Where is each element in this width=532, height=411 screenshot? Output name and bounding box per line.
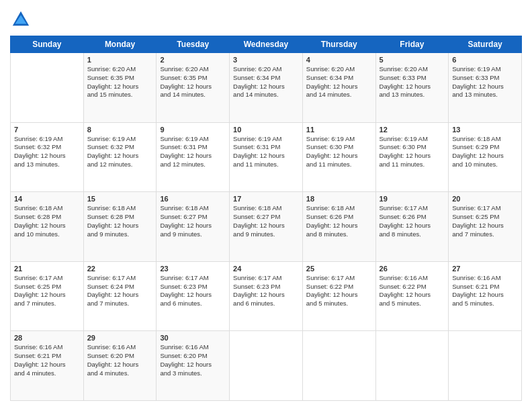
day-number: 1 (87, 56, 153, 64)
cell-line: and 11 minutes. (306, 161, 372, 169)
cell-line: Daylight: 12 hours (233, 83, 299, 91)
cell-line: and 4 minutes. (14, 369, 80, 378)
cell-line: Sunrise: 6:19 AM (452, 65, 518, 74)
day-number: 5 (380, 56, 445, 64)
day-header-monday: Monday (83, 36, 157, 53)
calendar-cell: 5Sunrise: 6:20 AMSunset: 6:33 PMDaylight… (375, 53, 449, 123)
cell-line: Daylight: 12 hours (452, 83, 518, 91)
day-number: 7 (14, 126, 80, 134)
calendar-cell: 23Sunrise: 6:17 AMSunset: 6:23 PMDayligh… (157, 261, 230, 331)
day-number: 23 (160, 265, 226, 273)
cell-line: Daylight: 12 hours (306, 152, 372, 161)
cell-line: Sunrise: 6:20 AM (87, 65, 153, 74)
day-number: 6 (452, 56, 518, 64)
cell-line: and 13 minutes. (452, 91, 518, 99)
cell-line: Daylight: 12 hours (87, 361, 153, 369)
calendar-cell: 9Sunrise: 6:19 AMSunset: 6:31 PMDaylight… (157, 122, 230, 192)
calendar-cell: 29Sunrise: 6:16 AMSunset: 6:20 PMDayligh… (83, 331, 157, 401)
cell-line: Sunset: 6:28 PM (87, 213, 153, 222)
cell-line: Daylight: 12 hours (87, 83, 153, 91)
cell-line: and 14 minutes. (306, 91, 372, 99)
cell-line: and 7 minutes. (87, 300, 153, 308)
calendar-cell: 11Sunrise: 6:19 AMSunset: 6:30 PMDayligh… (302, 122, 375, 192)
cell-line: Sunset: 6:21 PM (14, 352, 80, 361)
cell-line: and 13 minutes. (14, 161, 80, 169)
cell-line: Daylight: 12 hours (306, 83, 372, 91)
cell-line: Sunrise: 6:19 AM (87, 135, 153, 144)
calendar-cell: 30Sunrise: 6:16 AMSunset: 6:20 PMDayligh… (157, 331, 230, 401)
cell-line: Sunset: 6:33 PM (452, 74, 518, 83)
cell-line: and 6 minutes. (160, 300, 226, 308)
cell-line: Sunset: 6:33 PM (380, 74, 445, 83)
cell-line: Sunrise: 6:17 AM (233, 274, 299, 283)
calendar-cell: 8Sunrise: 6:19 AMSunset: 6:32 PMDaylight… (83, 122, 157, 192)
cell-line: Daylight: 12 hours (87, 222, 153, 230)
cell-line: Daylight: 12 hours (233, 222, 299, 230)
calendar-cell: 13Sunrise: 6:18 AMSunset: 6:29 PMDayligh… (449, 122, 522, 192)
day-number: 12 (380, 126, 445, 134)
cell-line: and 11 minutes. (233, 161, 299, 169)
cell-line: Daylight: 12 hours (380, 83, 445, 91)
cell-line: Sunrise: 6:16 AM (87, 343, 153, 352)
calendar-cell: 2Sunrise: 6:20 AMSunset: 6:35 PMDaylight… (157, 53, 230, 123)
day-number: 4 (306, 56, 372, 64)
day-header-wednesday: Wednesday (230, 36, 303, 53)
day-header-saturday: Saturday (449, 36, 522, 53)
cell-line: Daylight: 12 hours (233, 152, 299, 161)
calendar-cell: 12Sunrise: 6:19 AMSunset: 6:30 PMDayligh… (375, 122, 449, 192)
calendar-cell: 22Sunrise: 6:17 AMSunset: 6:24 PMDayligh… (83, 261, 157, 331)
cell-line: Daylight: 12 hours (160, 83, 226, 91)
day-number: 8 (87, 126, 153, 134)
calendar-cell: 19Sunrise: 6:17 AMSunset: 6:26 PMDayligh… (375, 192, 449, 262)
cell-line: Sunset: 6:31 PM (233, 143, 299, 152)
cell-line: and 14 minutes. (160, 91, 226, 99)
day-number: 3 (233, 56, 299, 64)
cell-line: Sunrise: 6:18 AM (233, 204, 299, 213)
cell-line: Sunrise: 6:18 AM (14, 204, 80, 213)
cell-line: Sunset: 6:35 PM (160, 74, 226, 83)
cell-line: Sunrise: 6:17 AM (160, 274, 226, 283)
cell-line: Daylight: 12 hours (380, 222, 445, 230)
calendar-week-4: 21Sunrise: 6:17 AMSunset: 6:25 PMDayligh… (11, 261, 522, 331)
day-number: 25 (306, 265, 372, 273)
cell-line: and 9 minutes. (87, 230, 153, 239)
cell-line: Sunrise: 6:20 AM (233, 65, 299, 74)
cell-line: Sunset: 6:30 PM (380, 143, 445, 152)
cell-line: Sunset: 6:35 PM (87, 74, 153, 83)
day-number: 20 (452, 195, 518, 203)
calendar-cell: 16Sunrise: 6:18 AMSunset: 6:27 PMDayligh… (157, 192, 230, 262)
cell-line: Daylight: 12 hours (380, 291, 445, 300)
logo (10, 10, 30, 29)
day-number: 11 (306, 126, 372, 134)
page: SundayMondayTuesdayWednesdayThursdayFrid… (0, 0, 532, 411)
cell-line: Daylight: 12 hours (306, 291, 372, 300)
cell-line: Sunrise: 6:17 AM (14, 274, 80, 283)
calendar-cell: 21Sunrise: 6:17 AMSunset: 6:25 PMDayligh… (11, 261, 84, 331)
calendar-cell (449, 331, 522, 401)
cell-line: Sunset: 6:23 PM (160, 283, 226, 291)
cell-line: Sunset: 6:29 PM (452, 143, 518, 152)
cell-line: Sunrise: 6:16 AM (452, 274, 518, 283)
cell-line: Sunset: 6:20 PM (87, 352, 153, 361)
cell-line: Daylight: 12 hours (160, 152, 226, 161)
calendar-cell: 24Sunrise: 6:17 AMSunset: 6:23 PMDayligh… (230, 261, 303, 331)
cell-line: and 9 minutes. (160, 230, 226, 239)
cell-line: and 5 minutes. (452, 300, 518, 308)
cell-line: Sunset: 6:32 PM (14, 143, 80, 152)
cell-line: and 8 minutes. (380, 230, 445, 239)
cell-line: Daylight: 12 hours (306, 222, 372, 230)
cell-line: and 3 minutes. (160, 369, 226, 378)
cell-line: Sunset: 6:26 PM (306, 213, 372, 222)
calendar-cell: 6Sunrise: 6:19 AMSunset: 6:33 PMDaylight… (449, 53, 522, 123)
cell-line: and 10 minutes. (452, 161, 518, 169)
calendar-week-2: 7Sunrise: 6:19 AMSunset: 6:32 PMDaylight… (11, 122, 522, 192)
cell-line: Sunrise: 6:18 AM (87, 204, 153, 213)
cell-line: and 5 minutes. (306, 300, 372, 308)
calendar-cell: 28Sunrise: 6:16 AMSunset: 6:21 PMDayligh… (11, 331, 84, 401)
cell-line: Daylight: 12 hours (160, 291, 226, 300)
cell-line: Sunset: 6:24 PM (87, 283, 153, 291)
cell-line: Sunrise: 6:20 AM (160, 65, 226, 74)
calendar-cell: 27Sunrise: 6:16 AMSunset: 6:21 PMDayligh… (449, 261, 522, 331)
cell-line: Sunrise: 6:16 AM (380, 274, 445, 283)
calendar-cell (11, 53, 84, 123)
